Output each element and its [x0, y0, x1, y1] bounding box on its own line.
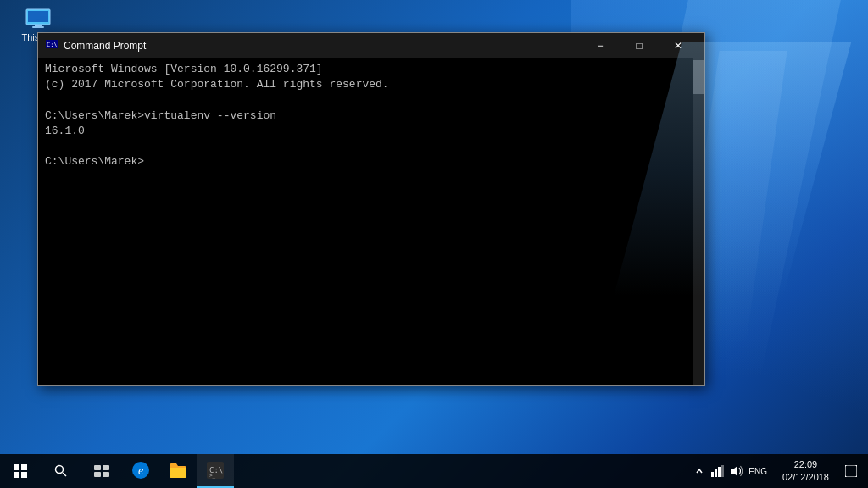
cmd-window-controls: − □ ✕ — [581, 33, 698, 58]
chevron-up-icon — [695, 467, 704, 475]
svg-rect-14 — [103, 465, 109, 470]
taskbar-explorer-button[interactable] — [159, 454, 197, 488]
notification-button[interactable] — [837, 454, 865, 488]
svg-rect-24 — [718, 467, 721, 477]
search-icon — [54, 464, 68, 478]
cmd-line-4: C:\Users\Marek>virtualenv --version — [45, 108, 686, 124]
svg-line-12 — [63, 473, 66, 476]
folder-icon — [169, 462, 187, 479]
cmd-line-7: C:\Users\Marek> — [45, 154, 686, 169]
task-view-button[interactable] — [81, 454, 122, 488]
systray: ENG — [686, 454, 774, 488]
cmd-line-2: (c) 2017 Microsoft Corporation. All righ… — [45, 77, 686, 92]
cmd-line-5: 16.1.0 — [45, 124, 686, 139]
taskbar: e C:\ >_ — [0, 454, 868, 488]
cmd-line-1: Microsoft Windows [Version 10.0.16299.37… — [45, 62, 686, 77]
cmd-window: C:\ Command Prompt − □ ✕ Microsoft Windo… — [37, 32, 705, 386]
cmd-window-icon: C:\ — [45, 39, 58, 53]
network-signal-icon — [711, 465, 725, 477]
scrollbar-thumb — [693, 60, 704, 94]
taskbar-right: ENG 22:09 02/12/2018 — [686, 454, 868, 488]
svg-rect-7 — [14, 464, 19, 470]
svg-rect-13 — [94, 465, 101, 470]
svg-rect-3 — [32, 26, 44, 28]
cmd-scrollbar[interactable] — [693, 58, 704, 385]
monitor-icon — [25, 8, 52, 29]
cmd-output[interactable]: Microsoft Windows [Version 10.0.16299.37… — [38, 58, 693, 385]
cmd-title: Command Prompt — [64, 40, 581, 52]
svg-point-11 — [56, 466, 64, 474]
cmd-minimize-button[interactable]: − — [581, 33, 620, 58]
svg-rect-9 — [14, 472, 19, 478]
svg-rect-8 — [21, 464, 27, 470]
svg-rect-25 — [721, 465, 724, 477]
cmd-titlebar: C:\ Command Prompt − □ ✕ — [38, 33, 704, 58]
clock-date: 02/12/2018 — [782, 471, 829, 484]
svg-text:>_: >_ — [209, 472, 216, 479]
speaker-icon — [730, 465, 743, 477]
svg-rect-27 — [845, 465, 857, 477]
task-view-icon — [94, 465, 109, 477]
cmd-taskbar-icon: C:\ >_ — [207, 462, 224, 479]
start-button[interactable] — [0, 454, 41, 488]
svg-rect-1 — [28, 11, 48, 22]
svg-marker-26 — [731, 466, 737, 476]
clock[interactable]: 22:09 02/12/2018 — [774, 454, 837, 488]
show-hidden-icons-button[interactable] — [691, 463, 708, 480]
search-button[interactable] — [41, 454, 81, 488]
desktop: This PC C:\ Command Prompt − □ ✕ Microso… — [0, 0, 868, 488]
cmd-line-3 — [45, 92, 686, 108]
volume-icon[interactable] — [728, 463, 745, 480]
svg-text:C:\: C:\ — [47, 42, 58, 48]
cmd-body: Microsoft Windows [Version 10.0.16299.37… — [38, 58, 704, 385]
clock-time: 22:09 — [794, 458, 818, 471]
svg-rect-15 — [94, 472, 101, 477]
svg-rect-2 — [35, 25, 42, 26]
taskbar-cmd-button[interactable]: C:\ >_ — [197, 454, 234, 488]
svg-rect-10 — [21, 472, 27, 478]
taskbar-left: e C:\ >_ — [0, 454, 234, 488]
svg-rect-16 — [103, 472, 109, 477]
svg-rect-22 — [711, 472, 714, 477]
network-icon[interactable] — [709, 463, 726, 480]
edge-icon: e — [131, 461, 150, 480]
language-indicator[interactable]: ENG — [747, 463, 769, 480]
windows-logo-icon — [14, 464, 27, 478]
notification-icon — [845, 465, 857, 477]
cmd-close-button[interactable]: ✕ — [659, 33, 698, 58]
svg-rect-23 — [715, 469, 717, 477]
cmd-maximize-button[interactable]: □ — [620, 33, 659, 58]
language-label: ENG — [748, 467, 767, 476]
cmd-line-6 — [45, 139, 686, 154]
svg-text:e: e — [138, 464, 143, 477]
taskbar-edge-button[interactable]: e — [122, 454, 159, 488]
